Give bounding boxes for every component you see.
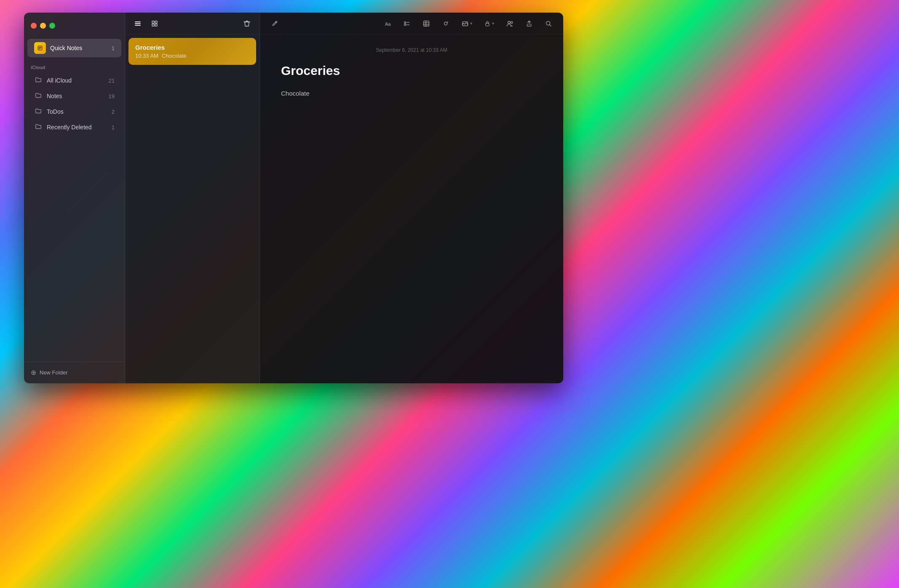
sidebar-item-quick-notes[interactable]: Quick Notes 1 [27, 39, 121, 57]
sidebar-item-all-icloud[interactable]: All iCloud 21 [27, 73, 121, 88]
svg-rect-9 [152, 24, 154, 26]
todos-folder-count: 2 [112, 109, 115, 115]
sidebar-header [24, 13, 125, 35]
note-date: September 6, 2021 at 10:33 AM [281, 47, 542, 53]
sidebar-items: Quick Notes 1 iCloud All iCloud 21 [24, 35, 125, 361]
svg-rect-10 [155, 24, 157, 26]
collaborate-button[interactable] [503, 18, 516, 29]
quick-notes-icon [34, 42, 46, 54]
tags-button[interactable] [439, 18, 452, 29]
svg-rect-25 [486, 23, 489, 26]
grid-view-button[interactable] [149, 18, 161, 29]
sidebar-item-recently-deleted[interactable]: Recently Deleted 1 [27, 120, 121, 135]
note-title[interactable]: Groceries [281, 63, 542, 78]
editor-content[interactable]: September 6, 2021 at 10:33 AM Groceries … [260, 35, 563, 383]
sidebar-item-notes[interactable]: Notes 19 [27, 88, 121, 104]
svg-text:Aa: Aa [385, 21, 391, 26]
editor-panel: Aa [260, 13, 563, 383]
sidebar-bottom: ⊕ New Folder [24, 361, 125, 383]
maximize-button[interactable] [49, 23, 55, 29]
search-button[interactable] [542, 18, 555, 29]
minimize-button[interactable] [40, 23, 46, 29]
checklist-button[interactable] [401, 18, 413, 29]
svg-point-23 [447, 21, 448, 23]
todos-folder-name: ToDos [47, 108, 107, 115]
svg-point-26 [508, 21, 510, 23]
note-card-meta: 10:33 AM Chocolate [135, 53, 249, 59]
format-button[interactable]: Aa [381, 18, 394, 29]
note-body[interactable]: Chocolate [281, 88, 542, 99]
note-card-preview: Chocolate [162, 53, 187, 59]
note-list-toolbar [125, 13, 260, 35]
icloud-label: iCloud [31, 65, 45, 70]
quick-notes-badge: 1 [112, 45, 115, 51]
traffic-lights [31, 23, 55, 29]
note-card-groceries[interactable]: Groceries 10:33 AM Chocolate [128, 38, 256, 65]
quick-notes-label: Quick Notes [50, 45, 107, 51]
delete-button[interactable] [241, 18, 253, 29]
sidebar: Quick Notes 1 iCloud All iCloud 21 [24, 13, 125, 383]
folder-icon [34, 107, 43, 116]
editor-toolbar: Aa [260, 13, 563, 35]
plus-circle-icon: ⊕ [31, 369, 36, 377]
svg-line-29 [550, 24, 551, 26]
note-list-panel: Groceries 10:33 AM Chocolate [125, 13, 260, 383]
svg-rect-7 [152, 21, 154, 23]
note-list-items: Groceries 10:33 AM Chocolate [125, 35, 260, 383]
folder-icon [34, 76, 43, 85]
svg-rect-8 [155, 21, 157, 23]
share-button[interactable] [523, 18, 535, 29]
note-card-time: 10:33 AM [135, 53, 158, 59]
svg-point-15 [404, 24, 406, 25]
all-icloud-count: 21 [109, 78, 115, 84]
svg-point-27 [511, 21, 513, 24]
folder-icon [34, 123, 43, 132]
note-card-title: Groceries [135, 44, 249, 51]
recently-deleted-count: 1 [112, 124, 115, 131]
table-button[interactable] [420, 18, 433, 29]
list-view-button[interactable] [132, 18, 144, 29]
new-folder-button[interactable]: ⊕ New Folder [31, 367, 67, 378]
lock-button[interactable] [482, 19, 497, 29]
notes-window: Quick Notes 1 iCloud All iCloud 21 [24, 13, 563, 383]
icloud-section-header: iCloud [24, 58, 125, 72]
compose-button[interactable] [268, 18, 281, 29]
svg-point-14 [404, 21, 406, 23]
notes-folder-name: Notes [47, 93, 104, 99]
svg-point-22 [444, 22, 447, 25]
media-button[interactable] [459, 18, 475, 29]
sidebar-item-todos[interactable]: ToDos 2 [27, 104, 121, 119]
folder-icon [34, 91, 43, 101]
close-button[interactable] [31, 23, 37, 29]
new-folder-label: New Folder [40, 369, 67, 376]
recently-deleted-name: Recently Deleted [47, 124, 107, 131]
svg-line-12 [276, 21, 276, 22]
svg-rect-18 [424, 21, 429, 26]
all-icloud-name: All iCloud [47, 77, 104, 84]
notes-folder-count: 19 [109, 93, 115, 99]
